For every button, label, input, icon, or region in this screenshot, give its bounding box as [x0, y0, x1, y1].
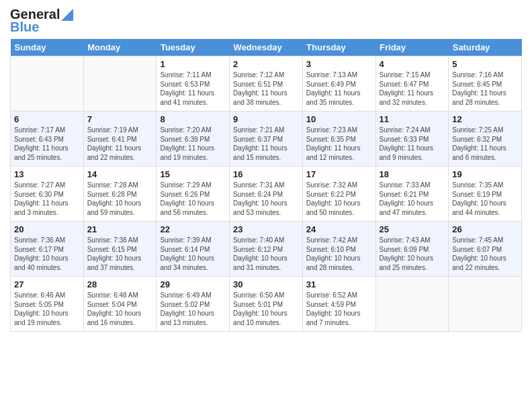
- day-number: 15: [160, 169, 226, 179]
- day-number: 25: [380, 224, 445, 234]
- day-number: 24: [306, 224, 372, 234]
- day-info: Sunrise: 7:25 AM Sunset: 6:32 PM Dayligh…: [452, 126, 518, 162]
- day-info: Sunrise: 7:20 AM Sunset: 6:39 PM Dayligh…: [160, 126, 226, 162]
- calendar-cell: 14Sunrise: 7:28 AM Sunset: 6:28 PM Dayli…: [83, 167, 157, 222]
- calendar-cell: 20Sunrise: 7:36 AM Sunset: 6:17 PM Dayli…: [11, 222, 84, 277]
- calendar-cell: 4Sunrise: 7:15 AM Sunset: 6:47 PM Daylig…: [375, 56, 449, 111]
- day-info: Sunrise: 7:23 AM Sunset: 6:35 PM Dayligh…: [306, 126, 372, 162]
- day-number: 29: [160, 279, 226, 289]
- day-info: Sunrise: 7:15 AM Sunset: 6:47 PM Dayligh…: [380, 71, 445, 107]
- day-info: Sunrise: 7:17 AM Sunset: 6:43 PM Dayligh…: [14, 126, 80, 162]
- day-info: Sunrise: 7:27 AM Sunset: 6:30 PM Dayligh…: [14, 181, 80, 217]
- day-info: Sunrise: 7:29 AM Sunset: 6:26 PM Dayligh…: [160, 181, 226, 217]
- day-number: 31: [306, 279, 372, 289]
- col-header-thursday: Thursday: [302, 39, 375, 56]
- day-number: 26: [452, 224, 518, 234]
- day-number: 6: [14, 114, 80, 124]
- day-number: 19: [452, 169, 518, 179]
- col-header-saturday: Saturday: [449, 39, 522, 56]
- calendar-cell: 6Sunrise: 7:17 AM Sunset: 6:43 PM Daylig…: [11, 111, 84, 167]
- calendar-cell: 21Sunrise: 7:38 AM Sunset: 6:15 PM Dayli…: [83, 222, 157, 277]
- day-info: Sunrise: 7:39 AM Sunset: 6:14 PM Dayligh…: [160, 236, 226, 272]
- calendar-cell: 22Sunrise: 7:39 AM Sunset: 6:14 PM Dayli…: [157, 222, 230, 277]
- day-info: Sunrise: 6:50 AM Sunset: 5:01 PM Dayligh…: [233, 291, 299, 327]
- day-number: 8: [160, 114, 226, 124]
- day-info: Sunrise: 7:31 AM Sunset: 6:24 PM Dayligh…: [233, 181, 299, 217]
- calendar-cell: 29Sunrise: 6:49 AM Sunset: 5:02 PM Dayli…: [157, 277, 230, 332]
- day-info: Sunrise: 6:52 AM Sunset: 4:59 PM Dayligh…: [306, 291, 372, 327]
- calendar-cell: 3Sunrise: 7:13 AM Sunset: 6:49 PM Daylig…: [302, 56, 375, 111]
- day-info: Sunrise: 7:45 AM Sunset: 6:07 PM Dayligh…: [452, 236, 518, 272]
- day-number: 9: [233, 114, 299, 124]
- day-info: Sunrise: 7:38 AM Sunset: 6:15 PM Dayligh…: [87, 236, 153, 272]
- calendar-cell: 7Sunrise: 7:19 AM Sunset: 6:41 PM Daylig…: [83, 111, 157, 167]
- day-info: Sunrise: 7:21 AM Sunset: 6:37 PM Dayligh…: [233, 126, 299, 162]
- calendar-cell: 25Sunrise: 7:43 AM Sunset: 6:09 PM Dayli…: [375, 222, 449, 277]
- day-info: Sunrise: 7:13 AM Sunset: 6:49 PM Dayligh…: [306, 71, 372, 107]
- day-number: 16: [233, 169, 299, 179]
- calendar-cell: 15Sunrise: 7:29 AM Sunset: 6:26 PM Dayli…: [157, 167, 230, 222]
- svg-marker-0: [61, 9, 73, 21]
- day-number: 1: [160, 59, 226, 69]
- calendar-cell: [11, 56, 84, 111]
- day-number: 18: [380, 169, 445, 179]
- day-number: 3: [306, 59, 372, 69]
- calendar-cell: 26Sunrise: 7:45 AM Sunset: 6:07 PM Dayli…: [449, 222, 522, 277]
- day-info: Sunrise: 7:11 AM Sunset: 6:53 PM Dayligh…: [160, 71, 226, 107]
- day-info: Sunrise: 6:48 AM Sunset: 5:04 PM Dayligh…: [87, 291, 153, 327]
- col-header-monday: Monday: [83, 39, 157, 56]
- day-number: 5: [452, 59, 518, 69]
- calendar-cell: 8Sunrise: 7:20 AM Sunset: 6:39 PM Daylig…: [157, 111, 230, 167]
- day-info: Sunrise: 7:24 AM Sunset: 6:33 PM Dayligh…: [380, 126, 445, 162]
- week-row-3: 13Sunrise: 7:27 AM Sunset: 6:30 PM Dayli…: [11, 167, 522, 222]
- day-info: Sunrise: 6:46 AM Sunset: 5:05 PM Dayligh…: [14, 291, 80, 327]
- calendar-cell: 16Sunrise: 7:31 AM Sunset: 6:24 PM Dayli…: [230, 167, 303, 222]
- col-header-friday: Friday: [375, 39, 449, 56]
- week-row-5: 27Sunrise: 6:46 AM Sunset: 5:05 PM Dayli…: [11, 277, 522, 332]
- calendar-cell: 11Sunrise: 7:24 AM Sunset: 6:33 PM Dayli…: [375, 111, 449, 167]
- header-row: SundayMondayTuesdayWednesdayThursdayFrid…: [11, 39, 522, 56]
- main-container: General Blue SundayMondayTuesdayWednesda…: [0, 0, 532, 338]
- calendar-cell: [375, 277, 449, 332]
- calendar-cell: 1Sunrise: 7:11 AM Sunset: 6:53 PM Daylig…: [157, 56, 230, 111]
- col-header-wednesday: Wednesday: [230, 39, 303, 56]
- calendar-cell: 5Sunrise: 7:16 AM Sunset: 6:45 PM Daylig…: [449, 56, 522, 111]
- calendar-cell: 12Sunrise: 7:25 AM Sunset: 6:32 PM Dayli…: [449, 111, 522, 167]
- calendar-cell: 28Sunrise: 6:48 AM Sunset: 5:04 PM Dayli…: [83, 277, 157, 332]
- day-info: Sunrise: 7:43 AM Sunset: 6:09 PM Dayligh…: [380, 236, 445, 272]
- calendar-cell: [449, 277, 522, 332]
- day-info: Sunrise: 7:16 AM Sunset: 6:45 PM Dayligh…: [452, 71, 518, 107]
- day-number: 20: [14, 224, 80, 234]
- day-number: 21: [87, 224, 153, 234]
- week-row-2: 6Sunrise: 7:17 AM Sunset: 6:43 PM Daylig…: [11, 111, 522, 167]
- day-number: 27: [14, 279, 80, 289]
- calendar-cell: 2Sunrise: 7:12 AM Sunset: 6:51 PM Daylig…: [230, 56, 303, 111]
- calendar-cell: 31Sunrise: 6:52 AM Sunset: 4:59 PM Dayli…: [302, 277, 375, 332]
- day-info: Sunrise: 7:19 AM Sunset: 6:41 PM Dayligh…: [87, 126, 153, 162]
- header: General Blue: [10, 7, 522, 35]
- calendar-cell: 18Sunrise: 7:33 AM Sunset: 6:21 PM Dayli…: [375, 167, 449, 222]
- day-info: Sunrise: 7:35 AM Sunset: 6:19 PM Dayligh…: [452, 181, 518, 217]
- logo-blue: Blue: [10, 19, 39, 35]
- day-info: Sunrise: 7:28 AM Sunset: 6:28 PM Dayligh…: [87, 181, 153, 217]
- day-number: 4: [380, 59, 445, 69]
- day-info: Sunrise: 7:12 AM Sunset: 6:51 PM Dayligh…: [233, 71, 299, 107]
- day-number: 10: [306, 114, 372, 124]
- calendar-cell: 19Sunrise: 7:35 AM Sunset: 6:19 PM Dayli…: [449, 167, 522, 222]
- calendar-cell: 24Sunrise: 7:42 AM Sunset: 6:10 PM Dayli…: [302, 222, 375, 277]
- day-number: 11: [380, 114, 445, 124]
- day-info: Sunrise: 7:32 AM Sunset: 6:22 PM Dayligh…: [306, 181, 372, 217]
- week-row-1: 1Sunrise: 7:11 AM Sunset: 6:53 PM Daylig…: [11, 56, 522, 111]
- calendar-cell: 27Sunrise: 6:46 AM Sunset: 5:05 PM Dayli…: [11, 277, 84, 332]
- day-info: Sunrise: 6:49 AM Sunset: 5:02 PM Dayligh…: [160, 291, 226, 327]
- col-header-sunday: Sunday: [11, 39, 84, 56]
- day-number: 17: [306, 169, 372, 179]
- calendar-cell: 30Sunrise: 6:50 AM Sunset: 5:01 PM Dayli…: [230, 277, 303, 332]
- day-number: 28: [87, 279, 153, 289]
- day-number: 2: [233, 59, 299, 69]
- logo: General Blue: [10, 7, 73, 35]
- day-info: Sunrise: 7:40 AM Sunset: 6:12 PM Dayligh…: [233, 236, 299, 272]
- day-info: Sunrise: 7:42 AM Sunset: 6:10 PM Dayligh…: [306, 236, 372, 272]
- calendar-cell: 23Sunrise: 7:40 AM Sunset: 6:12 PM Dayli…: [230, 222, 303, 277]
- day-number: 12: [452, 114, 518, 124]
